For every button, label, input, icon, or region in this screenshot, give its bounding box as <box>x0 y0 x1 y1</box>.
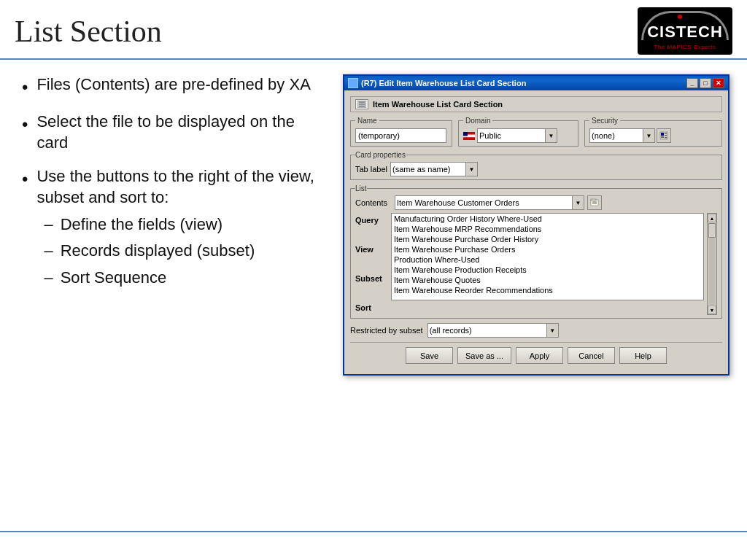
list-box[interactable]: Manufacturing Order History Where-UsedIt… <box>391 213 704 300</box>
list-item[interactable]: Item Warehouse Purchase Order History <box>392 234 703 244</box>
svg-rect-12 <box>665 135 667 136</box>
form-row-main: Name Domain <box>350 117 722 147</box>
right-panel: (R7) Edit Item Warehouse List Card Secti… <box>343 71 732 507</box>
bullet-text-3: Use the buttons to the right of the view… <box>36 167 314 206</box>
dialog: (R7) Edit Item Warehouse List Card Secti… <box>343 74 729 376</box>
list-legend: List <box>355 184 367 192</box>
tab-label-row: Tab label (same as name) ▼ <box>355 162 717 176</box>
domain-fieldset: Domain <box>458 117 578 147</box>
logo-text-sub: The MAPICS Experts <box>654 44 716 50</box>
svg-rect-9 <box>661 133 664 136</box>
dialog-buttons: Save Save as ... Apply Cancel Help <box>350 342 722 368</box>
sub-list: Define the fields (view) Records display… <box>44 214 321 289</box>
security-fieldset: Security (none) ▼ <box>584 117 722 147</box>
svg-rect-6 <box>463 137 475 140</box>
name-label: Name <box>355 117 379 125</box>
contents-select[interactable]: Item Warehouse Customer Orders <box>395 195 584 210</box>
list-item[interactable]: Production Where-Used <box>392 254 703 265</box>
dialog-icon <box>348 78 358 88</box>
list-item[interactable]: Item Warehouse Production Receipts <box>392 265 703 275</box>
security-select-wrapper: (none) ▼ <box>589 128 655 143</box>
dialog-title: (R7) Edit Item Warehouse List Card Secti… <box>361 79 526 88</box>
security-icon-button[interactable] <box>657 128 671 143</box>
sub-item-3: Sort Sequence <box>44 268 321 289</box>
left-panel: Files (Contents) are pre-defined by XA S… <box>15 71 328 507</box>
list-labels-col: Query View Subset Sort <box>355 213 388 315</box>
flag-icon <box>463 132 475 140</box>
sort-label: Sort <box>355 300 388 315</box>
bullet-text-1: Files (Contents) are pre-defined by XA <box>36 74 310 96</box>
section-header-icon <box>355 99 368 109</box>
tab-select[interactable]: (same as name) <box>390 162 478 176</box>
security-label: Security <box>589 117 620 125</box>
sub-item-2: Records displayed (subset) <box>44 241 321 262</box>
tab-select-wrapper: (same as name) ▼ <box>390 162 478 176</box>
page-title: List Section <box>15 14 162 49</box>
name-input[interactable] <box>355 128 446 143</box>
list-fieldset: List Contents Item Warehouse Customer Or… <box>350 184 722 319</box>
view-label: View <box>355 242 388 257</box>
bullet-list: Files (Contents) are pre-defined by XA S… <box>22 74 321 294</box>
maximize-button[interactable]: □ <box>700 78 711 88</box>
bullet-item-1: Files (Contents) are pre-defined by XA <box>22 74 321 98</box>
bullet-text-3-container: Use the buttons to the right of the view… <box>36 166 321 294</box>
bullet-item-2: Select the file to be displayed on the c… <box>22 112 321 153</box>
apply-button[interactable]: Apply <box>516 347 563 364</box>
dialog-titlebar-left: (R7) Edit Item Warehouse List Card Secti… <box>348 78 526 88</box>
cancel-button[interactable]: Cancel <box>568 347 615 364</box>
sub-text-2: Records displayed (subset) <box>61 241 255 262</box>
dialog-body: Item Warehouse List Card Section Name Do… <box>344 90 728 374</box>
restricted-select-wrapper: (all records) ▼ <box>427 323 559 338</box>
inner-title: Item Warehouse List Card Section <box>373 100 503 109</box>
svg-rect-7 <box>463 132 468 136</box>
list-item[interactable]: Manufacturing Order History Where-Used <box>392 214 703 224</box>
save-button[interactable]: Save <box>406 347 453 364</box>
logo-text-main: CISTECH <box>647 23 723 42</box>
list-item[interactable]: Item Warehouse Purchase Orders <box>392 244 703 254</box>
name-fieldset: Name <box>350 117 452 147</box>
domain-select-wrapper: Public ▼ <box>477 128 557 143</box>
contents-select-wrapper: Item Warehouse Customer Orders ▼ <box>395 195 584 210</box>
svg-rect-11 <box>665 133 667 134</box>
security-select[interactable]: (none) <box>589 128 655 143</box>
subset-label: Subset <box>355 271 388 286</box>
restricted-row: Restricted by subset (all records) ▼ <box>350 323 722 338</box>
scroll-track <box>708 223 716 305</box>
svg-rect-10 <box>661 136 664 138</box>
list-items-area: Query View Subset Sort Manufacturing Ord… <box>355 213 717 315</box>
restricted-select[interactable]: (all records) <box>427 323 559 338</box>
bullet-text-2: Select the file to be displayed on the c… <box>36 112 321 153</box>
scroll-thumb[interactable] <box>708 223 716 238</box>
logo: CISTECH The MAPICS Experts <box>638 7 732 55</box>
contents-icon-button[interactable] <box>587 195 602 210</box>
sub-text-3: Sort Sequence <box>61 268 167 289</box>
contents-label: Contents <box>355 198 392 207</box>
bottom-bar <box>0 531 747 560</box>
scroll-down-button[interactable]: ▼ <box>708 306 716 314</box>
close-button[interactable]: ✕ <box>713 78 724 88</box>
help-button[interactable]: Help <box>619 347 667 364</box>
domain-select[interactable]: Public <box>477 128 557 143</box>
list-item[interactable]: Item Warehouse Quotes <box>392 275 703 285</box>
minimize-button[interactable]: _ <box>686 78 698 88</box>
sub-item-1: Define the fields (view) <box>44 214 321 236</box>
scroll-up-button[interactable]: ▲ <box>708 214 716 222</box>
section-header: Item Warehouse List Card Section <box>350 96 722 112</box>
contents-row: Contents Item Warehouse Customer Orders … <box>355 195 717 210</box>
svg-rect-15 <box>591 199 596 201</box>
tab-label-text: Tab label <box>355 165 387 174</box>
main-content: Files (Contents) are pre-defined by XA S… <box>0 60 747 518</box>
query-label: Query <box>355 213 388 228</box>
dialog-controls[interactable]: _ □ ✕ <box>686 78 724 88</box>
list-item[interactable]: Item Warehouse Reorder Recommendations <box>392 285 703 295</box>
list-scrollbar[interactable]: ▲ ▼ <box>707 213 717 315</box>
sub-text-1: Define the fields (view) <box>61 214 223 236</box>
svg-rect-13 <box>665 137 667 139</box>
domain-label: Domain <box>463 117 492 125</box>
card-properties-legend: Card properties <box>355 151 406 159</box>
dialog-titlebar: (R7) Edit Item Warehouse List Card Secti… <box>344 76 728 90</box>
save-as-button[interactable]: Save as ... <box>457 347 511 364</box>
bullet-item-3: Use the buttons to the right of the view… <box>22 166 321 294</box>
logo-area: CISTECH The MAPICS Experts <box>638 7 732 55</box>
list-item[interactable]: Item Warehouse MRP Recommendations <box>392 224 703 234</box>
